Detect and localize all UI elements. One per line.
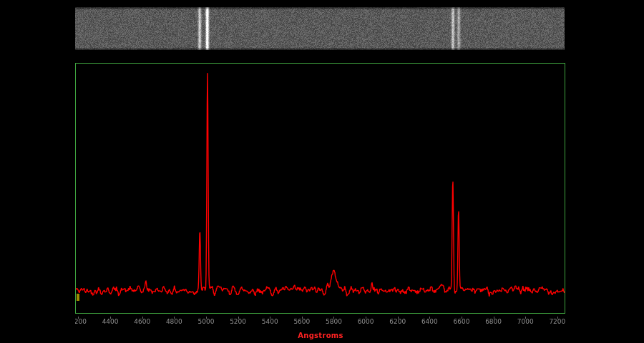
spectrum-plot-canvas[interactable] <box>76 64 565 313</box>
x-tick-label: 5000 <box>198 318 215 325</box>
x-tick-label: 6200 <box>389 318 406 325</box>
x-tick-label: 6000 <box>358 318 374 325</box>
x-tick-label: 6400 <box>421 318 438 325</box>
x-tick-label: 5400 <box>262 318 278 325</box>
x-axis-tick-row: 4200440046004800500052005400560058006000… <box>75 317 566 327</box>
x-tick-label: 5800 <box>326 318 342 325</box>
x-tick-label: 4600 <box>134 318 150 325</box>
spectrum-image-canvas <box>75 7 565 50</box>
x-tick-label: 6600 <box>454 318 470 325</box>
x-tick-label: 5200 <box>230 318 246 325</box>
x-tick-label: 7200 <box>549 318 565 325</box>
x-tick-label: 6800 <box>485 318 502 325</box>
x-tick-label: 4200 <box>75 318 87 325</box>
x-tick-label: 7000 <box>517 318 534 325</box>
x-tick-label: 5600 <box>293 318 310 325</box>
baseline-marker <box>77 294 79 301</box>
x-axis-title: Angstroms <box>298 332 343 339</box>
spectrum-plot-frame[interactable] <box>75 63 565 314</box>
x-tick-label: 4400 <box>102 318 119 325</box>
spectrum-image-strip <box>75 7 565 50</box>
spectrum-app-window: 4200440046004800500052005400560058006000… <box>0 0 644 343</box>
x-tick-label: 4800 <box>166 318 182 325</box>
x-axis-title-row: Angstroms <box>75 327 566 341</box>
